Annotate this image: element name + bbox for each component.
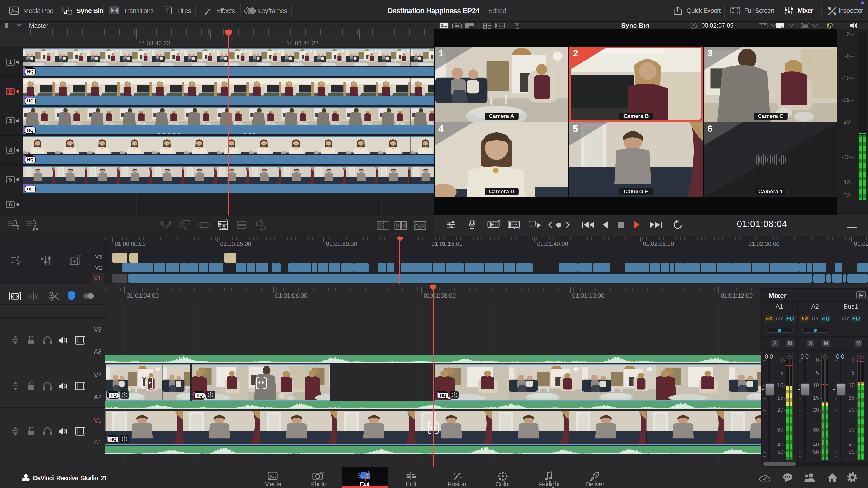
svg-text:5m: 5m [499,25,503,28]
svg-text:HQ: HQ [780,25,783,28]
svg-text:POI: POI [492,223,496,226]
svg-text:POI: POI [513,223,517,226]
